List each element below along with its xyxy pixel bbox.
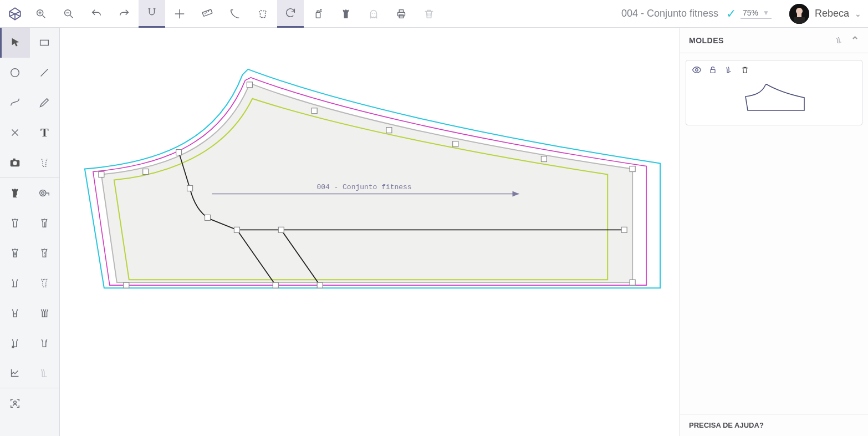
svg-rect-37	[205, 215, 211, 220]
duplicate-icon[interactable]	[724, 65, 734, 75]
panel-title: MOLDES	[689, 36, 724, 45]
graph-tool[interactable]	[0, 358, 30, 388]
document-title: 004 - Conjunto fitness	[621, 8, 718, 19]
svg-rect-42	[143, 169, 149, 175]
svg-point-20	[42, 192, 44, 195]
svg-point-19	[40, 190, 46, 196]
svg-rect-26	[312, 108, 317, 114]
ruler-icon[interactable]	[194, 0, 221, 28]
svg-rect-41	[99, 172, 104, 178]
crosshair-icon[interactable]	[166, 0, 193, 28]
pencil-tool[interactable]	[30, 88, 60, 118]
tank-tool-6[interactable]	[30, 268, 60, 298]
svg-rect-25	[247, 82, 252, 88]
print-icon[interactable]	[388, 0, 415, 28]
tank-fill-icon[interactable]	[333, 0, 359, 28]
tank-tool-8[interactable]	[30, 298, 60, 328]
shirt-select-icon[interactable]	[249, 0, 276, 28]
tank-tool-2[interactable]	[30, 208, 60, 238]
svg-point-22	[13, 401, 16, 404]
circle-tool[interactable]	[0, 58, 30, 88]
svg-point-17	[13, 161, 17, 165]
undo-icon[interactable]	[83, 0, 110, 28]
pattern-drawing[interactable]: 004 - Conjunto fitness	[60, 28, 680, 432]
mold-card-tools	[692, 65, 856, 75]
eye-icon[interactable]	[692, 65, 702, 75]
tank-tool-1[interactable]	[0, 208, 30, 238]
close-tool[interactable]	[0, 118, 30, 148]
camera-tool[interactable]	[0, 148, 30, 178]
ghost-icon[interactable]	[360, 0, 387, 28]
svg-point-6	[374, 13, 375, 14]
mold-card[interactable]	[686, 60, 862, 125]
redo-icon[interactable]	[111, 0, 137, 28]
tank-tool-5[interactable]	[0, 268, 30, 298]
svg-rect-34	[317, 282, 323, 288]
saved-check-icon: ✓	[726, 7, 736, 21]
trash-icon[interactable]	[416, 0, 442, 28]
svg-rect-29	[541, 156, 547, 162]
svg-rect-44	[711, 69, 715, 73]
empty-slot	[30, 388, 60, 418]
svg-rect-38	[187, 185, 193, 191]
mold-thumbnail[interactable]	[692, 78, 856, 117]
zoom-dropdown[interactable]: 75% ▼	[741, 8, 772, 19]
spray-icon[interactable]	[305, 0, 331, 28]
svg-point-5	[372, 13, 373, 14]
lock-icon[interactable]	[708, 65, 717, 75]
main-area: T	[0, 28, 868, 436]
svg-rect-30	[630, 166, 635, 172]
panel-header-moldes[interactable]: MOLDES ⌃	[680, 28, 868, 53]
tank-check-tool[interactable]	[0, 178, 30, 208]
svg-point-15	[11, 69, 19, 77]
svg-rect-39	[176, 150, 182, 155]
chevron-up-icon[interactable]: ⌃	[851, 34, 860, 47]
line-tool[interactable]	[30, 58, 60, 88]
scan-tool[interactable]	[0, 388, 30, 418]
measure-tape-tool[interactable]	[30, 178, 60, 208]
help-label: PRECISA DE AJUDA?	[689, 421, 764, 429]
tank-tool-4[interactable]	[30, 238, 60, 268]
zoom-out-icon[interactable]	[55, 0, 82, 28]
tank-tool-9[interactable]	[0, 328, 30, 358]
rectangle-tool[interactable]	[30, 28, 60, 58]
svg-rect-14	[40, 40, 49, 45]
user-name: Rebeca	[815, 8, 849, 19]
curve-tool[interactable]	[0, 88, 30, 118]
text-tool[interactable]: T	[30, 118, 60, 148]
user-avatar	[789, 4, 809, 24]
svg-rect-33	[278, 227, 284, 232]
tank-tool-10[interactable]	[30, 328, 60, 358]
moldes-stack-icon[interactable]	[834, 36, 844, 45]
svg-point-43	[696, 69, 698, 72]
help-footer[interactable]: PRECISA DE AJUDA?	[680, 414, 868, 436]
zoom-value: 75%	[743, 8, 758, 17]
tank-tool-11[interactable]	[30, 358, 60, 388]
canvas[interactable]: 004 - Conjunto fitness	[60, 28, 680, 436]
zoom-in-icon[interactable]	[28, 0, 54, 28]
svg-rect-32	[621, 227, 627, 232]
refresh-icon[interactable]	[277, 0, 304, 28]
top-toolbar: 004 - Conjunto fitness ✓ 75% ▼ Rebeca ⌄	[0, 0, 868, 28]
svg-rect-35	[273, 282, 278, 288]
svg-rect-9	[399, 14, 403, 18]
svg-rect-13	[794, 17, 805, 24]
delete-icon[interactable]	[741, 65, 749, 75]
pattern-tool[interactable]	[30, 148, 60, 178]
svg-rect-7	[398, 12, 405, 16]
svg-rect-27	[386, 128, 392, 133]
tank-tool-7[interactable]	[0, 298, 30, 328]
right-panel: MOLDES ⌃ PRECISA DE AJUDA?	[680, 28, 868, 436]
left-sidebar: T	[0, 28, 60, 436]
svg-rect-31	[630, 280, 635, 285]
svg-rect-3	[202, 9, 212, 16]
tank-tool-3[interactable]	[0, 238, 30, 268]
app-logo[interactable]	[3, 7, 27, 21]
svg-rect-8	[399, 9, 403, 12]
select-tool[interactable]	[0, 28, 30, 58]
svg-rect-36	[234, 227, 239, 232]
user-menu[interactable]: Rebeca ⌄	[789, 4, 861, 24]
curve-tool-icon[interactable]	[222, 0, 248, 28]
svg-rect-18	[13, 159, 16, 160]
snap-icon[interactable]	[139, 0, 165, 28]
